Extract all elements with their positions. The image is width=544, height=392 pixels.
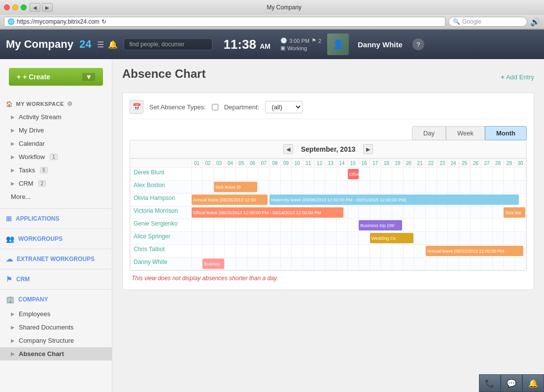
- day-cell-9: [280, 245, 292, 258]
- sidebar-item-crm[interactable]: ▶ CRM 2: [0, 177, 112, 190]
- sidebar-item-calendar[interactable]: ▶ Calendar: [0, 137, 112, 150]
- employee-name-cell[interactable]: Genie Sergienko: [131, 219, 192, 232]
- absence-bar-wedding[interactable]: Wedding Ce: [370, 233, 413, 243]
- calendar-table: 01 02 03 04 05 06 07 08 09 10 11 12: [130, 159, 526, 270]
- sidebar-item-activity-stream[interactable]: ▶ Activity Stream: [0, 110, 112, 124]
- day-cell-4: [225, 245, 236, 258]
- name-column-header: [131, 159, 192, 168]
- browser-title: My Company: [56, 4, 512, 11]
- sidebar-item-tasks[interactable]: ▶ Tasks 6: [0, 163, 112, 177]
- chat-button[interactable]: 💬: [501, 374, 522, 392]
- absence-bar-maternity[interactable]: Maternity leave (09/08/2013 12:00:00 PM …: [270, 195, 519, 205]
- day-cell-13: [325, 232, 337, 245]
- gear-icon[interactable]: ⚙: [67, 100, 73, 107]
- add-entry-link[interactable]: + Add Entry: [501, 73, 534, 81]
- back-button[interactable]: ◀: [30, 3, 40, 12]
- sidebar-item-company-structure[interactable]: ▶ Company Structure: [0, 334, 112, 347]
- sidebar-item-more[interactable]: More...: [0, 190, 112, 203]
- day-header-03: 03: [213, 159, 225, 168]
- employee-name-cell[interactable]: Victoria Morrison: [131, 206, 192, 219]
- absence-bar-business2[interactable]: Busines: [203, 259, 224, 269]
- day-cell-14: [336, 168, 347, 181]
- absence-bar-annual[interactable]: Annual leave (09/22/2013 12:00:00 PM -: [426, 246, 523, 256]
- day-cell-24: [448, 206, 459, 219]
- day-header-08: 08: [270, 159, 281, 168]
- maximize-button[interactable]: [21, 4, 27, 10]
- calendar-icon-button[interactable]: 📅: [130, 100, 143, 114]
- app-logo-number: 24: [79, 38, 91, 51]
- browser-search-bar[interactable]: 🔍 Google: [448, 17, 527, 27]
- day-cell-4: [225, 232, 236, 245]
- chevron-right-icon: ▶: [11, 167, 15, 173]
- day-cell-20: [403, 258, 414, 270]
- employee-name-cell[interactable]: Danny White: [131, 258, 192, 270]
- day-header-06: 06: [247, 159, 258, 168]
- employee-name-cell[interactable]: Olivia Hampson: [131, 194, 192, 206]
- minimize-button[interactable]: [12, 4, 18, 10]
- day-header-19: 19: [392, 159, 404, 168]
- address-bar[interactable]: 🌐 https://mycompany.bitrix24.com ↻: [4, 17, 445, 27]
- employee-name-cell[interactable]: Chris Talbot: [131, 245, 192, 258]
- employee-name-cell[interactable]: Alex Boston: [131, 181, 192, 194]
- url-text: https://mycompany.bitrix24.com: [17, 18, 100, 25]
- day-cell-28: [492, 168, 504, 181]
- create-plus-icon: +: [17, 73, 21, 81]
- menu-icon[interactable]: ☰: [97, 40, 104, 49]
- sidebar-item-employees[interactable]: ▶ Employees: [0, 307, 112, 321]
- notice-text: This view does not display absences shor…: [130, 271, 527, 283]
- department-select[interactable]: (all): [265, 101, 303, 113]
- tab-day[interactable]: Day: [412, 126, 446, 140]
- status-time-row: 🕐 3:00 PM ⚑ 2: [280, 37, 321, 44]
- absence-bar-official-leave[interactable]: Offical leave (08/25/2013 12:00:00 PM - …: [192, 207, 343, 218]
- absence-bar-annual[interactable]: Annual leave (08/25/2013 12:00: [192, 195, 268, 205]
- day-cell-22: Annual leave (09/22/2013 12:00:00 PM -: [425, 245, 437, 258]
- create-label: + Create: [23, 73, 50, 81]
- employee-name-cell[interactable]: Alice Springer: [131, 232, 192, 245]
- day-cell-1: [191, 181, 203, 194]
- create-button[interactable]: + + Create ▼: [9, 68, 103, 86]
- calendar-container: ◀ September, 2013 ▶ 01 02 03 04 05 06: [130, 140, 527, 271]
- absence-bar-business[interactable]: Business trip (09/: [359, 220, 402, 230]
- help-button[interactable]: ?: [412, 38, 424, 50]
- close-button[interactable]: [4, 4, 10, 10]
- tab-month[interactable]: Month: [485, 126, 527, 140]
- speaker-icon[interactable]: 🔊: [530, 17, 540, 27]
- create-dropdown-icon[interactable]: ▼: [82, 73, 95, 81]
- notification-icon[interactable]: 🔔: [108, 40, 118, 49]
- day-cell-27: [481, 181, 493, 194]
- table-row: Alice SpringerWedding Ce: [131, 232, 526, 245]
- company-section-header: 🏢 COMPANY: [0, 292, 112, 307]
- day-cell-20: [403, 168, 414, 181]
- tab-week[interactable]: Week: [446, 126, 485, 140]
- applications-label: APPLICATIONS: [16, 215, 59, 222]
- chevron-right-icon: ▶: [11, 338, 15, 343]
- day-cell-21: [414, 181, 426, 194]
- day-cell-19: [392, 168, 404, 181]
- global-search[interactable]: find people, documer: [124, 38, 212, 50]
- phone-button[interactable]: 📞: [479, 374, 501, 392]
- day-cell-15: [347, 232, 359, 245]
- sidebar-divider-4: [0, 269, 112, 269]
- day-cell-9: [280, 181, 292, 194]
- notification-button[interactable]: 🔔: [522, 374, 544, 392]
- employee-name-cell[interactable]: Derek Blunt: [131, 168, 192, 181]
- sidebar-item-workflow[interactable]: ▶ Workflow 1: [0, 150, 112, 163]
- refresh-icon[interactable]: ↻: [102, 18, 106, 25]
- forward-button[interactable]: ▶: [42, 3, 53, 12]
- day-header-26: 26: [470, 159, 481, 168]
- sidebar-item-my-drive[interactable]: ▶ My Drive: [0, 124, 112, 137]
- sidebar-item-shared-documents[interactable]: ▶ Shared Documents: [0, 321, 112, 334]
- absence-bar-official[interactable]: Official l: [348, 169, 359, 179]
- sidebar-divider-3: [0, 249, 112, 249]
- day-cell-1: Offical leave (08/25/2013 12:00:00 PM - …: [191, 206, 203, 219]
- absence-types-checkbox[interactable]: [212, 104, 218, 110]
- day-cell-1: [191, 258, 203, 270]
- day-cell-10: [292, 181, 303, 194]
- prev-month-button[interactable]: ◀: [283, 144, 293, 154]
- absence-bar-sick[interactable]: Sick lea: [504, 207, 525, 218]
- day-cell-16: Business trip (09/: [359, 219, 370, 232]
- next-month-button[interactable]: ▶: [363, 144, 373, 154]
- sidebar-divider-5: [0, 289, 112, 290]
- absence-bar-sick[interactable]: Sick leave (0: [214, 182, 257, 192]
- sidebar-item-absence-chart[interactable]: ▶ Absence Chart: [0, 347, 112, 360]
